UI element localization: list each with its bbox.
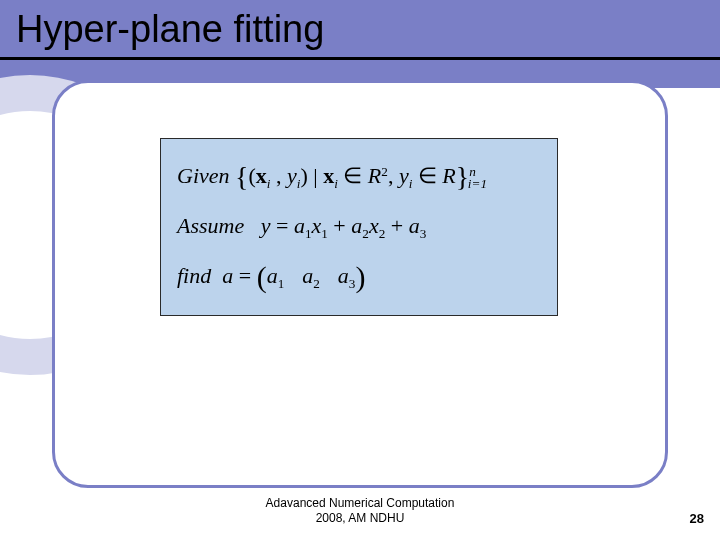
math-box: Given {(xi , yi) | xi ∈ R2, yi ∈ R}ni=1 … [160,138,558,316]
title-divider [0,57,720,60]
slide-title: Hyper-plane fitting [16,8,324,51]
math-line-given: Given {(xi , yi) | xi ∈ R2, yi ∈ R}ni=1 [177,153,541,201]
given-text: Given [177,163,230,188]
footer: Adavanced Numerical Computation 2008, AM… [0,496,720,526]
assume-text: Assume [177,213,244,238]
math-line-find: find a = (a1a2a3) [177,251,541,302]
footer-line2: 2008, AM NDHU [0,511,720,526]
math-line-assume: Assume y = a1x1 + a2x2 + a3 [177,207,541,245]
page-number: 28 [690,511,704,526]
footer-line1: Adavanced Numerical Computation [0,496,720,511]
find-text: find [177,263,211,288]
